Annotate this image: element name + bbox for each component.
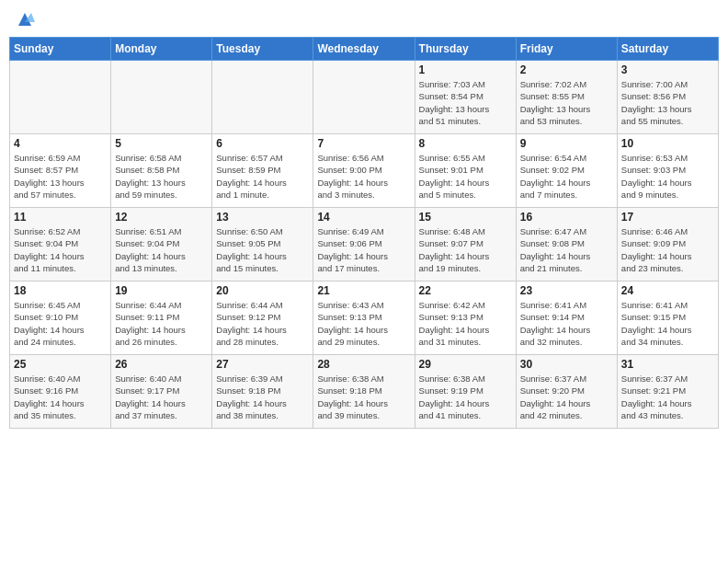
day-info: Sunrise: 6:43 AM Sunset: 9:13 PM Dayligh… xyxy=(317,299,410,348)
day-info: Sunrise: 6:47 AM Sunset: 9:08 PM Dayligh… xyxy=(520,225,613,274)
calendar-week-row: 25Sunrise: 6:40 AM Sunset: 9:16 PM Dayli… xyxy=(10,355,719,429)
day-number: 31 xyxy=(621,358,714,371)
calendar-cell: 18Sunrise: 6:45 AM Sunset: 9:10 PM Dayli… xyxy=(10,282,111,355)
day-info: Sunrise: 6:37 AM Sunset: 9:21 PM Dayligh… xyxy=(621,373,714,421)
calendar-cell: 20Sunrise: 6:44 AM Sunset: 9:12 PM Dayli… xyxy=(212,282,313,355)
day-number: 22 xyxy=(419,284,512,297)
day-number: 28 xyxy=(317,358,410,371)
logo-icon xyxy=(15,9,35,29)
calendar-cell: 24Sunrise: 6:41 AM Sunset: 9:15 PM Dayli… xyxy=(617,282,718,355)
day-number: 19 xyxy=(115,284,208,297)
calendar-cell xyxy=(10,61,111,134)
day-info: Sunrise: 6:44 AM Sunset: 9:12 PM Dayligh… xyxy=(216,299,309,348)
day-info: Sunrise: 6:46 AM Sunset: 9:09 PM Dayligh… xyxy=(621,225,714,274)
calendar-cell: 15Sunrise: 6:48 AM Sunset: 9:07 PM Dayli… xyxy=(415,208,516,282)
day-info: Sunrise: 6:38 AM Sunset: 9:18 PM Dayligh… xyxy=(317,373,410,421)
day-info: Sunrise: 6:49 AM Sunset: 9:06 PM Dayligh… xyxy=(317,225,410,274)
calendar-cell: 23Sunrise: 6:41 AM Sunset: 9:14 PM Dayli… xyxy=(516,282,617,355)
day-number: 24 xyxy=(621,284,714,297)
day-info: Sunrise: 6:42 AM Sunset: 9:13 PM Dayligh… xyxy=(419,299,512,348)
calendar-cell: 9Sunrise: 6:54 AM Sunset: 9:02 PM Daylig… xyxy=(516,134,617,208)
calendar-cell: 5Sunrise: 6:58 AM Sunset: 8:58 PM Daylig… xyxy=(111,134,212,208)
day-number: 29 xyxy=(419,358,512,371)
calendar-cell: 17Sunrise: 6:46 AM Sunset: 9:09 PM Dayli… xyxy=(617,208,718,282)
day-info: Sunrise: 6:58 AM Sunset: 8:58 PM Dayligh… xyxy=(115,152,208,201)
day-of-week-header: Wednesday xyxy=(313,38,415,61)
calendar-cell: 11Sunrise: 6:52 AM Sunset: 9:04 PM Dayli… xyxy=(10,208,111,282)
day-number: 25 xyxy=(14,358,107,371)
day-of-week-header: Monday xyxy=(111,38,212,61)
day-info: Sunrise: 6:40 AM Sunset: 9:17 PM Dayligh… xyxy=(115,373,208,421)
day-info: Sunrise: 6:52 AM Sunset: 9:04 PM Dayligh… xyxy=(14,225,107,274)
day-info: Sunrise: 6:44 AM Sunset: 9:11 PM Dayligh… xyxy=(115,299,208,348)
calendar-cell: 12Sunrise: 6:51 AM Sunset: 9:04 PM Dayli… xyxy=(111,208,212,282)
day-info: Sunrise: 6:56 AM Sunset: 9:00 PM Dayligh… xyxy=(317,152,410,201)
day-info: Sunrise: 7:00 AM Sunset: 8:56 PM Dayligh… xyxy=(621,78,714,127)
day-number: 6 xyxy=(216,137,309,150)
day-number: 3 xyxy=(621,63,714,76)
calendar-cell: 27Sunrise: 6:39 AM Sunset: 9:18 PM Dayli… xyxy=(212,355,313,429)
calendar-cell: 14Sunrise: 6:49 AM Sunset: 9:06 PM Dayli… xyxy=(313,208,415,282)
calendar-cell: 16Sunrise: 6:47 AM Sunset: 9:08 PM Dayli… xyxy=(516,208,617,282)
day-info: Sunrise: 6:41 AM Sunset: 9:14 PM Dayligh… xyxy=(520,299,613,348)
day-number: 10 xyxy=(621,137,714,150)
calendar-cell: 13Sunrise: 6:50 AM Sunset: 9:05 PM Dayli… xyxy=(212,208,313,282)
calendar-cell xyxy=(212,61,313,134)
day-number: 14 xyxy=(317,211,410,224)
day-number: 17 xyxy=(621,211,714,224)
day-number: 12 xyxy=(115,211,208,224)
calendar-cell: 28Sunrise: 6:38 AM Sunset: 9:18 PM Dayli… xyxy=(313,355,415,429)
calendar-week-row: 4Sunrise: 6:59 AM Sunset: 8:57 PM Daylig… xyxy=(10,134,719,208)
day-number: 1 xyxy=(419,63,512,76)
calendar-week-row: 1Sunrise: 7:03 AM Sunset: 8:54 PM Daylig… xyxy=(10,61,719,134)
day-number: 7 xyxy=(317,137,410,150)
calendar-cell: 26Sunrise: 6:40 AM Sunset: 9:17 PM Dayli… xyxy=(111,355,212,429)
calendar-cell xyxy=(111,61,212,134)
page-header xyxy=(9,9,719,29)
day-number: 20 xyxy=(216,284,309,297)
day-info: Sunrise: 6:53 AM Sunset: 9:03 PM Dayligh… xyxy=(621,152,714,201)
day-number: 4 xyxy=(14,137,107,150)
day-info: Sunrise: 6:59 AM Sunset: 8:57 PM Dayligh… xyxy=(14,152,107,201)
calendar-cell: 10Sunrise: 6:53 AM Sunset: 9:03 PM Dayli… xyxy=(617,134,718,208)
day-info: Sunrise: 6:39 AM Sunset: 9:18 PM Dayligh… xyxy=(216,373,309,421)
day-number: 13 xyxy=(216,211,309,224)
calendar-week-row: 18Sunrise: 6:45 AM Sunset: 9:10 PM Dayli… xyxy=(10,282,719,355)
day-info: Sunrise: 6:50 AM Sunset: 9:05 PM Dayligh… xyxy=(216,225,309,274)
day-of-week-header: Saturday xyxy=(617,38,718,61)
day-number: 23 xyxy=(520,284,613,297)
calendar-cell: 3Sunrise: 7:00 AM Sunset: 8:56 PM Daylig… xyxy=(617,61,718,134)
day-info: Sunrise: 6:40 AM Sunset: 9:16 PM Dayligh… xyxy=(14,373,107,421)
calendar-header-row: SundayMondayTuesdayWednesdayThursdayFrid… xyxy=(10,38,719,61)
day-of-week-header: Tuesday xyxy=(212,38,313,61)
day-number: 21 xyxy=(317,284,410,297)
day-number: 30 xyxy=(520,358,613,371)
calendar-cell: 30Sunrise: 6:37 AM Sunset: 9:20 PM Dayli… xyxy=(516,355,617,429)
day-info: Sunrise: 6:38 AM Sunset: 9:19 PM Dayligh… xyxy=(419,373,512,421)
day-of-week-header: Friday xyxy=(516,38,617,61)
calendar-cell: 4Sunrise: 6:59 AM Sunset: 8:57 PM Daylig… xyxy=(10,134,111,208)
day-info: Sunrise: 6:41 AM Sunset: 9:15 PM Dayligh… xyxy=(621,299,714,348)
day-info: Sunrise: 7:03 AM Sunset: 8:54 PM Dayligh… xyxy=(419,78,512,127)
calendar-cell: 7Sunrise: 6:56 AM Sunset: 9:00 PM Daylig… xyxy=(313,134,415,208)
calendar-cell: 6Sunrise: 6:57 AM Sunset: 8:59 PM Daylig… xyxy=(212,134,313,208)
calendar-cell: 19Sunrise: 6:44 AM Sunset: 9:11 PM Dayli… xyxy=(111,282,212,355)
day-number: 18 xyxy=(14,284,107,297)
day-number: 5 xyxy=(115,137,208,150)
calendar-cell: 1Sunrise: 7:03 AM Sunset: 8:54 PM Daylig… xyxy=(415,61,516,134)
day-info: Sunrise: 6:45 AM Sunset: 9:10 PM Dayligh… xyxy=(14,299,107,348)
calendar-cell: 29Sunrise: 6:38 AM Sunset: 9:19 PM Dayli… xyxy=(415,355,516,429)
day-number: 26 xyxy=(115,358,208,371)
calendar-cell: 25Sunrise: 6:40 AM Sunset: 9:16 PM Dayli… xyxy=(10,355,111,429)
day-info: Sunrise: 6:51 AM Sunset: 9:04 PM Dayligh… xyxy=(115,225,208,274)
logo xyxy=(13,9,35,29)
calendar-cell: 22Sunrise: 6:42 AM Sunset: 9:13 PM Dayli… xyxy=(415,282,516,355)
day-info: Sunrise: 6:54 AM Sunset: 9:02 PM Dayligh… xyxy=(520,152,613,201)
day-number: 15 xyxy=(419,211,512,224)
day-number: 8 xyxy=(419,137,512,150)
day-number: 27 xyxy=(216,358,309,371)
day-info: Sunrise: 6:55 AM Sunset: 9:01 PM Dayligh… xyxy=(419,152,512,201)
day-info: Sunrise: 6:37 AM Sunset: 9:20 PM Dayligh… xyxy=(520,373,613,421)
day-number: 11 xyxy=(14,211,107,224)
day-info: Sunrise: 6:57 AM Sunset: 8:59 PM Dayligh… xyxy=(216,152,309,201)
